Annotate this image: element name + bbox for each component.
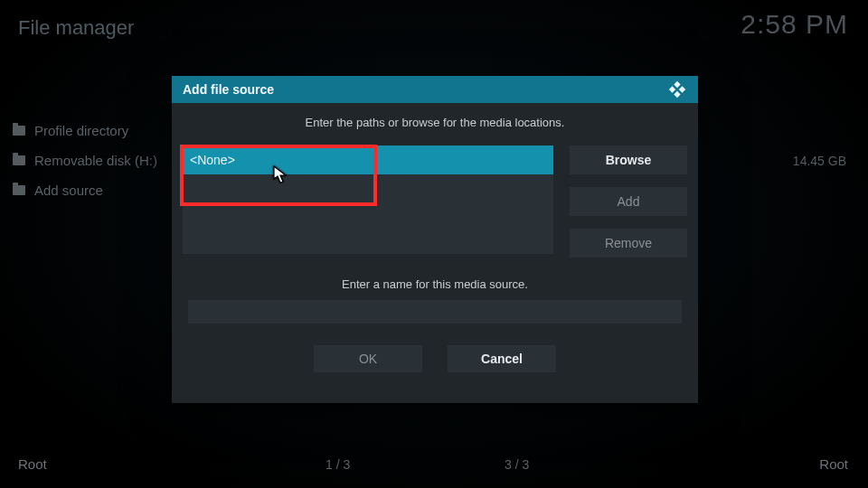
sidebar-item-profile-directory[interactable]: Profile directory xyxy=(13,116,157,145)
browse-button[interactable]: Browse xyxy=(570,145,687,174)
paths-row: <None> Browse Add Remove xyxy=(183,145,687,258)
folder-icon xyxy=(13,155,25,165)
svg-marker-2 xyxy=(674,91,680,98)
clock: 2:58 PM xyxy=(741,9,848,40)
add-button[interactable]: Add xyxy=(570,187,687,216)
folder-icon xyxy=(13,126,25,136)
cancel-button[interactable]: Cancel xyxy=(448,345,556,372)
page-title: File manager xyxy=(18,16,134,40)
path-side-buttons: Browse Add Remove xyxy=(570,145,687,258)
paths-list[interactable]: <None> xyxy=(183,145,553,254)
remove-button[interactable]: Remove xyxy=(570,229,687,258)
breadcrumb-left: Root xyxy=(18,456,47,472)
screen-root: { "header": { "title": "File manager", "… xyxy=(0,0,868,488)
sidebar-item-removable-disk[interactable]: Removable disk (H:) xyxy=(13,145,157,175)
source-name-input[interactable] xyxy=(188,300,682,324)
page-counter-left: 1 / 3 xyxy=(326,457,350,472)
ok-button[interactable]: OK xyxy=(314,345,422,372)
add-file-source-dialog: Add file source Enter the paths or brows… xyxy=(172,76,698,403)
dialog-body: Enter the paths or browse for the media … xyxy=(172,116,698,372)
sidebar-item-label: Profile directory xyxy=(34,123,128,138)
sidebar: Profile directory Removable disk (H:) Ad… xyxy=(13,116,157,205)
disk-size-label: 14.45 GB xyxy=(793,154,846,168)
name-prompt: Enter a name for this media source. xyxy=(183,277,687,291)
sidebar-item-add-source[interactable]: Add source xyxy=(13,175,157,205)
folder-icon xyxy=(13,185,25,195)
dialog-title: Add file source xyxy=(183,82,274,97)
breadcrumb-right: Root xyxy=(819,456,848,472)
svg-marker-0 xyxy=(674,81,680,88)
path-entry-selected[interactable]: <None> xyxy=(183,145,553,174)
dialog-header: Add file source xyxy=(172,76,698,103)
paths-prompt: Enter the paths or browse for the media … xyxy=(183,116,687,129)
page-counter-right: 3 / 3 xyxy=(505,457,529,472)
dialog-bottom-buttons: OK Cancel xyxy=(183,345,687,372)
svg-marker-3 xyxy=(669,86,675,92)
sidebar-item-label: Add source xyxy=(34,183,103,198)
kodi-logo-icon xyxy=(667,80,687,99)
svg-marker-1 xyxy=(679,86,685,92)
sidebar-item-label: Removable disk (H:) xyxy=(34,153,157,168)
